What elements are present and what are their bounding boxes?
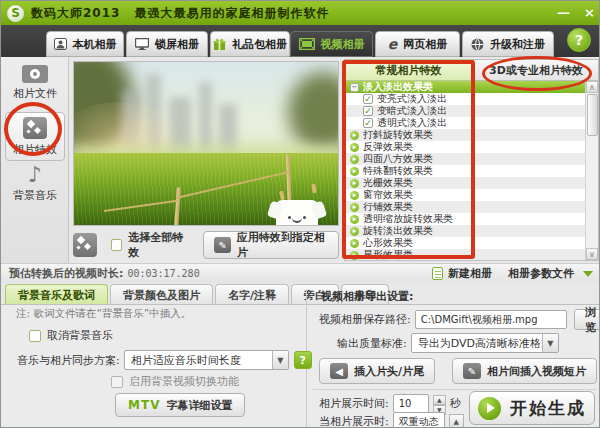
- tab-name-caption[interactable]: 名字/注释: [215, 284, 289, 305]
- current-display-select[interactable]: 双重动态: [393, 412, 445, 428]
- display-time-input[interactable]: 10: [393, 394, 429, 413]
- app-title: 数码大师2013最强大最易用的家庭相册制作软件: [31, 5, 329, 22]
- cancel-bgm-label: 取消背景音乐: [47, 328, 113, 343]
- expand-icon[interactable]: ▸: [350, 131, 359, 140]
- album-params-button[interactable]: 相册参数文件: [508, 266, 593, 281]
- expand-icon[interactable]: ▸: [350, 215, 359, 224]
- quality-label: 输出质量标准:: [337, 336, 407, 351]
- pencil-icon: ✎: [463, 363, 481, 379]
- select-all-effects-checkbox[interactable]: [111, 239, 122, 251]
- effect-checkbox[interactable]: ✓: [363, 106, 373, 116]
- new-document-icon: [432, 267, 443, 280]
- shirt-face-eye: [303, 216, 306, 219]
- mtv-badge: MTV: [128, 398, 160, 412]
- effect-checkbox[interactable]: ✓: [363, 94, 373, 104]
- sparkle-button[interactable]: [73, 233, 97, 257]
- effects-panel: 常规相片特效 3D或专业相片特效 −淡入淡出效果类 ✓变亮式淡入淡出 ✓变暗式淡…: [344, 59, 599, 261]
- tab-web-album[interactable]: e 网页相册: [375, 31, 460, 57]
- duration-value: 00:03:17.280: [127, 268, 199, 279]
- dropdown-arrow-icon: [583, 271, 593, 277]
- tab-upgrade-register[interactable]: 升级和注册: [462, 31, 554, 57]
- tab-gift-album[interactable]: 礼品包相册: [210, 31, 290, 57]
- apply-effects-button[interactable]: ✎ 应用特效到指定相片: [203, 231, 339, 259]
- cancel-bgm-checkbox[interactable]: [29, 330, 41, 342]
- current-display-row: 当相片展示时: 双重动态 ▲: [319, 412, 464, 428]
- hanging-shirt: [276, 200, 318, 226]
- play-icon: [478, 397, 501, 420]
- expand-icon[interactable]: ▸: [350, 251, 359, 260]
- effect-checkbox[interactable]: ✓: [363, 118, 373, 128]
- chevron-down-icon[interactable]: ▼: [542, 334, 558, 352]
- spin-up-icon[interactable]: ▲: [433, 395, 446, 405]
- expand-icon[interactable]: ▸: [350, 179, 359, 188]
- tab-label: 视频相册: [321, 37, 365, 52]
- sidebar-item-label: 背景音乐: [5, 188, 65, 203]
- quality-row: 输出质量标准: 导出为DVD高清晰标准格式 ▼: [319, 333, 559, 353]
- insert-intro-outro-button[interactable]: ◀ 插入片头/片尾: [319, 358, 435, 384]
- insert-video-clip-button[interactable]: ✎ 相片间插入视频短片: [452, 358, 597, 384]
- app-window: S 数码大师2013最强大最易用的家庭相册制作软件 — × 本机相册 锁屏相册 …: [0, 0, 600, 428]
- scrollbar-thumb[interactable]: [587, 94, 598, 136]
- ie-logo-icon: e: [388, 36, 398, 52]
- minimize-button[interactable]: —: [557, 3, 570, 23]
- tab-3d-pro-effects[interactable]: 3D或专业相片特效: [473, 59, 599, 81]
- sync-help-button[interactable]: ?: [294, 351, 312, 369]
- music-sync-row: 音乐与相片同步方案: 相片适应音乐时间长度 ▼ ?: [17, 350, 312, 370]
- mtv-subtitle-settings-button[interactable]: MTV 字幕详细设置: [115, 393, 245, 417]
- enable-bg-video-row: 启用背景视频切换功能: [111, 374, 239, 389]
- display-time-row: 相片展示时间: 10 ▲ ▼ 秒: [319, 394, 461, 413]
- display-time-stepper[interactable]: ▲ ▼: [433, 395, 446, 412]
- expand-icon[interactable]: ▸: [350, 167, 359, 176]
- enable-bg-video-checkbox[interactable]: [111, 376, 123, 388]
- help-button[interactable]: ?: [567, 28, 591, 52]
- chevron-down-icon[interactable]: ▼: [272, 351, 288, 369]
- collapse-icon[interactable]: −: [350, 83, 359, 92]
- tab-label: 网页相册: [403, 37, 447, 52]
- sidebar-item-photo-effects[interactable]: 相片特效: [5, 112, 65, 161]
- expand-icon[interactable]: ▸: [350, 227, 359, 236]
- sidebar-item-photo-files[interactable]: 相片文件: [5, 65, 65, 101]
- shirt-face-smile: [292, 217, 302, 223]
- expand-icon[interactable]: ▸: [350, 155, 359, 164]
- photo-person-icon: [54, 38, 67, 50]
- tab-video-album[interactable]: 视频相册: [290, 31, 373, 57]
- tab-lockscreen-album[interactable]: 锁屏相册: [126, 31, 208, 57]
- film-icon: [299, 38, 315, 50]
- expand-icon[interactable]: ▸: [350, 191, 359, 200]
- app-logo-icon: S: [7, 5, 24, 22]
- tab-label: 本机相册: [73, 37, 117, 52]
- tab-local-album[interactable]: 本机相册: [46, 31, 124, 57]
- start-generate-button[interactable]: 开始生成: [469, 391, 595, 425]
- app-name: 数码大师2013: [31, 6, 120, 20]
- save-path-input[interactable]: C:\DMGift\视频相册.mpg: [415, 310, 567, 329]
- chevron-up-icon[interactable]: ▲: [449, 414, 464, 428]
- music-note-icon: ♪: [5, 165, 65, 185]
- shirt-face-eye: [288, 216, 291, 219]
- globe-icon: [471, 38, 484, 51]
- effects-scrollbar[interactable]: ∧ ∨: [585, 81, 598, 260]
- expand-icon[interactable]: ▸: [350, 143, 359, 152]
- lyrics-note: 注: 歌词文件请在“背景音乐”中插入。: [16, 307, 191, 321]
- save-path-label: 视频相册保存路径:: [319, 312, 411, 327]
- main-tab-bar: 本机相册 锁屏相册 礼品包相册 视频相册 e 网页相册 升级和注册 ?: [1, 25, 600, 57]
- browse-button[interactable]: 浏览: [574, 309, 600, 330]
- new-album-button[interactable]: 新建相册: [432, 266, 492, 281]
- apply-effects-label: 应用特效到指定相片: [237, 230, 328, 260]
- gift-icon: [213, 38, 226, 50]
- expand-icon[interactable]: ▸: [350, 203, 359, 212]
- expand-icon[interactable]: ▸: [350, 239, 359, 248]
- effect-category-row[interactable]: ▸星形效果类: [345, 249, 598, 261]
- sparkle-effects-icon: [23, 117, 47, 139]
- quality-select[interactable]: 导出为DVD高清晰标准格式 ▼: [411, 333, 559, 353]
- close-button[interactable]: ×: [584, 3, 595, 23]
- sync-label: 音乐与相片同步方案:: [17, 353, 120, 368]
- tab-bgm-lyrics[interactable]: 背景音乐及歌词: [5, 284, 108, 305]
- tab-regular-effects[interactable]: 常规相片特效: [344, 59, 473, 81]
- select-all-effects-label: 选择全部特效: [128, 230, 189, 260]
- scroll-up-icon[interactable]: ∧: [586, 81, 598, 93]
- sync-scheme-select[interactable]: 相片适应音乐时间长度 ▼: [124, 350, 289, 370]
- film-clip-icon: ◀: [330, 363, 348, 379]
- scroll-down-icon[interactable]: ∨: [586, 248, 598, 260]
- tab-bg-color-image[interactable]: 背景颜色及图片: [110, 284, 213, 305]
- sidebar-item-background-music[interactable]: ♪ 背景音乐: [5, 165, 65, 203]
